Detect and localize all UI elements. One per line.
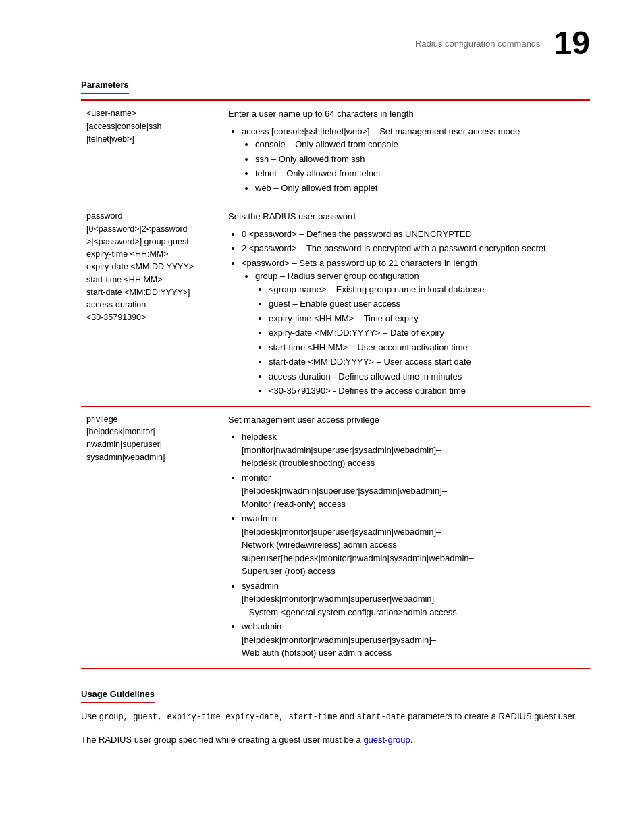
chapter-title: Radius configuration commands (415, 38, 541, 49)
list-item: console – Only allowed from console (255, 138, 585, 151)
usage-p2-suffix: . (410, 735, 413, 745)
usage-text-prefix: Use (81, 711, 99, 721)
list-item: 0 <password> – Defines the password as U… (242, 228, 585, 241)
list-item: expiry-date <MM:DD:YYYY> – Date of expir… (269, 326, 585, 340)
list-item: guest – Enable guest user access (269, 297, 585, 311)
list-item: start-time <HH:MM> – User account activa… (269, 341, 585, 355)
usage-paragraph-2: The RADIUS user group specified while cr… (81, 733, 590, 748)
table-row: privilege [helpdesk|monitor| nwadmin|sup… (81, 406, 590, 668)
list-item: sysadmin [helpdesk|monitor|nwadmin|super… (242, 579, 585, 619)
usage-guidelines-heading: Usage Guidelines (81, 689, 155, 703)
list-item: webadmin [helpdesk|monitor|nwadmin|super… (242, 620, 585, 660)
param-top-text: Sets the RADIUS user password (228, 210, 585, 224)
parameters-section: Parameters <user-name> [access|console|s… (81, 80, 590, 669)
param-name-username: <user-name> [access|console|ssh |telnet|… (81, 100, 223, 203)
table-row: <user-name> [access|console|ssh |telnet|… (81, 100, 590, 203)
usage-paragraph-1: Use group, guest, expiry-time expiry-dat… (81, 710, 590, 724)
list-item: telnet – Only allowed from telnet (255, 167, 585, 180)
param-name-privilege: privilege [helpdesk|monitor| nwadmin|sup… (81, 406, 223, 668)
list-item: <password> – Sets a password up to 21 ch… (242, 257, 585, 398)
page: Radius configuration commands 19 Paramet… (0, 0, 644, 783)
list-item: monitor [helpdesk|nwadmin|superuser|sysa… (242, 471, 585, 511)
usage-text-suffix: parameters to create a RADIUS guest user… (406, 711, 577, 721)
param-desc-privilege: Set management user access privilege hel… (223, 406, 590, 668)
parameters-heading: Parameters (81, 80, 129, 94)
page-number: 19 (554, 27, 590, 59)
page-header: Radius configuration commands 19 (81, 27, 590, 59)
usage-code-2: start-date (357, 712, 406, 722)
list-item: group – Radius server group configuratio… (255, 269, 585, 398)
list-item: access-duration - Defines allowed time i… (269, 370, 585, 384)
param-top-text: Set management user access privilege (228, 413, 585, 427)
param-name-password: password [0<password>|2<password >|<pass… (81, 203, 223, 407)
parameters-table: <user-name> [access|console|ssh |telnet|… (81, 99, 590, 669)
usage-code-1: group, guest, expiry-time expiry-date, s… (99, 712, 338, 722)
param-desc-password: Sets the RADIUS user password 0 <passwor… (223, 203, 590, 407)
table-row: password [0<password>|2<password >|<pass… (81, 203, 590, 407)
list-item: ssh – Only allowed from ssh (255, 153, 585, 166)
param-desc-username: Enter a user name up to 64 characters in… (223, 100, 590, 203)
list-item: web – Only allowed from applet (255, 182, 585, 195)
list-item: <group-name> – Existing group name in lo… (269, 283, 585, 296)
list-item: expiry-time <HH:MM> – Time of expiry (269, 312, 585, 325)
usage-text-and: and (338, 711, 357, 721)
guest-group-link[interactable]: guest-group (363, 735, 410, 745)
list-item: access [console|ssh|telnet|web>] – Set m… (242, 125, 585, 195)
usage-guidelines-section: Usage Guidelines Use group, guest, expir… (81, 689, 590, 748)
list-item: <30-35791390> - Defines the access durat… (269, 384, 585, 398)
list-item: start-date <MM:DD:YYYY> – User access st… (269, 355, 585, 369)
list-item: nwadmin [helpdesk|monitor|superuser|sysa… (242, 512, 585, 578)
list-item: 2 <password> – The password is encrypted… (242, 242, 585, 255)
list-item: helpdesk [monitor|nwadmin|superuser|sysa… (242, 430, 585, 470)
param-top-text: Enter a user name up to 64 characters in… (228, 107, 585, 121)
usage-p2-prefix: The RADIUS user group specified while cr… (81, 735, 363, 745)
